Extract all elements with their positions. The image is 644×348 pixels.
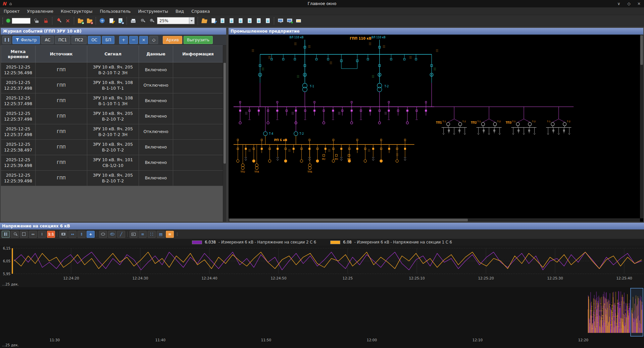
column-header[interactable]: Информация (173, 46, 223, 62)
table-row[interactable]: 2025-12-25 12:25:38.497ГППЗРУ 10 кВ. Яч.… (1, 140, 223, 155)
filter-bp-button[interactable]: БП (102, 36, 114, 44)
report-button-6[interactable] (263, 16, 272, 25)
delete-marker-button[interactable] (63, 16, 72, 25)
clear-log-button[interactable]: × (139, 36, 148, 44)
toolbar-handle[interactable] (2, 17, 3, 24)
column-header[interactable]: Источник (36, 46, 87, 62)
table-row[interactable]: 2025-12-25 12:25:37.498ГППЗРУ 10 кВ. Яч.… (1, 109, 223, 124)
trend-draw-line-button[interactable]: ╱ (117, 231, 125, 238)
table-row[interactable]: 2025-12-25 12:25:39.498ГППЗРУ 10 кВ. Яч.… (1, 155, 223, 171)
lock-button[interactable] (41, 16, 50, 25)
edit-doc-button[interactable] (209, 16, 218, 25)
schematic-hscrollbar[interactable] (229, 218, 640, 222)
report-button-1[interactable] (218, 16, 227, 25)
print-button[interactable] (129, 16, 138, 25)
trend-pan-horizontal-button[interactable]: ↔ (68, 231, 77, 238)
one-line-diagram[interactable]: ВЛ 110 кВВЛ 110 кВГПП 110 кВТ-1Т-2Т-4Т-2… (229, 35, 640, 218)
menu-item-1[interactable]: Проект (0, 7, 23, 15)
trend-fit-button[interactable] (20, 231, 28, 238)
pin-button[interactable] (54, 16, 63, 25)
scrollbar-thumb[interactable] (229, 219, 468, 221)
trend-move-button[interactable]: + (87, 231, 95, 238)
folder-add-button[interactable] (76, 16, 85, 25)
combo-arrow-icon[interactable] (189, 17, 194, 24)
add-element-button[interactable] (98, 16, 107, 25)
zoom-select[interactable]: 25% (157, 17, 195, 24)
folder-remove-button[interactable] (85, 16, 94, 25)
open-project-button[interactable] (200, 16, 209, 25)
filter-ps2-button[interactable]: ПС2 (71, 36, 87, 44)
menu-item-4[interactable]: Пользователь (96, 7, 134, 15)
trend-visibility-button[interactable] (108, 231, 116, 238)
menu-item-7[interactable]: Справка (188, 7, 213, 15)
export-button[interactable]: Выгрузить (184, 36, 213, 44)
column-header[interactable]: Сигнал (87, 46, 139, 62)
trend-cursor-button[interactable]: I (38, 231, 46, 238)
filter-as-button[interactable]: АС (41, 36, 54, 44)
report-button-4[interactable] (245, 16, 254, 25)
report-button-2[interactable] (227, 16, 236, 25)
cell-time: 2025-12-25 12:25:37.498 (1, 109, 36, 124)
display-live-button[interactable] (285, 16, 294, 25)
trend-chart[interactable]: 6,156,055,9512:24:2012:24:3012:24:4012:2… (0, 246, 644, 282)
edit-element-button[interactable] (107, 16, 116, 25)
event-table-scrollbar[interactable] (223, 45, 226, 222)
cell-data: Включено (139, 155, 173, 171)
zoom-out-button[interactable] (138, 16, 147, 25)
printer-icon (131, 20, 136, 23)
eye-icon (110, 233, 114, 235)
maximize-button[interactable]: ◇ (624, 0, 634, 7)
pause-log-button[interactable] (2, 36, 11, 44)
report-button-5[interactable] (254, 16, 263, 25)
report-button-3[interactable] (236, 16, 245, 25)
trend-image-button[interactable] (130, 231, 138, 238)
remove-row-button[interactable]: − (129, 36, 138, 44)
table-row[interactable]: 2025-12-25 12:25:37.498ГППЗРУ 10 кВ. Яч.… (1, 93, 223, 109)
status-field[interactable] (12, 18, 31, 24)
trend-snapshot-button[interactable] (59, 231, 67, 238)
trend-ellipse-button[interactable] (99, 231, 107, 238)
trend-zoom-button[interactable] (11, 231, 19, 238)
add-row-button[interactable]: + (119, 36, 128, 44)
trend-pan-vertical-button[interactable]: ↕ (78, 231, 86, 238)
schematic-canvas[interactable]: ВЛ 110 кВВЛ 110 кВГПП 110 кВТ-1Т-2Т-4Т-2… (229, 35, 643, 222)
column-header[interactable]: Метка времени (1, 46, 36, 62)
trend-grid-button[interactable] (148, 231, 156, 238)
display-button[interactable] (276, 16, 285, 25)
minimize-button[interactable]: ∨ (614, 0, 624, 7)
trend-overview[interactable] (0, 287, 644, 338)
overview-waveform[interactable] (0, 287, 644, 338)
trend-one-to-one-button[interactable]: 1:1 (47, 231, 55, 238)
menu-item-2[interactable]: Управление (23, 7, 57, 15)
zoom-in-button[interactable] (147, 16, 156, 25)
trend-fit-width-button[interactable]: ↔ (29, 231, 37, 238)
trend-table-button[interactable]: ▤ (157, 231, 165, 238)
svg-text:Т-1: Т-1 (309, 85, 314, 88)
filter-os-button[interactable]: ОС (88, 36, 101, 44)
close-button[interactable]: × (634, 0, 644, 7)
trend-drag-handle[interactable]: ⋮ (175, 231, 180, 238)
archive-button[interactable]: Архив (163, 36, 182, 44)
table-row[interactable]: 2025-12-25 12:25:37.498ГППЗРУ 10 кВ. Яч.… (1, 78, 223, 93)
unlock-button[interactable] (32, 16, 41, 25)
svg-text:12:24:50: 12:24:50 (270, 276, 286, 280)
menu-item-3[interactable]: Конструкторы (57, 7, 96, 15)
marker-button[interactable]: ◇ (149, 36, 158, 44)
copy-element-button[interactable] (116, 16, 125, 25)
table-row[interactable]: 2025-12-25 12:25:37.498ГППЗРУ 10 кВ. Яч.… (1, 124, 223, 140)
menu-item-5[interactable]: Инструменты (134, 7, 171, 15)
filter-ps1-button[interactable]: ПС1 (55, 36, 70, 44)
cell-source: ГПП (36, 171, 87, 186)
trend-pause-button[interactable] (2, 231, 10, 238)
trend-list-button[interactable]: ≡ (139, 231, 147, 238)
scrollbar-thumb[interactable] (640, 35, 643, 65)
scrollbar-thumb[interactable] (224, 63, 226, 164)
menu-item-6[interactable]: Вид (172, 7, 188, 15)
table-row[interactable]: 2025-12-25 12:25:39.498ГППЗРУ 10 кВ. Яч.… (1, 171, 223, 186)
schematic-vscrollbar[interactable] (640, 35, 643, 218)
table-row[interactable]: 2025-12-25 12:25:36.498ГППЗРУ 10 кВ. Яч.… (1, 62, 223, 78)
trend-alarm-button[interactable]: ≡ (166, 231, 174, 238)
filter-button[interactable]: Фильтр (12, 36, 40, 44)
column-header[interactable]: Данные (139, 46, 173, 62)
panel-button[interactable] (294, 16, 303, 25)
